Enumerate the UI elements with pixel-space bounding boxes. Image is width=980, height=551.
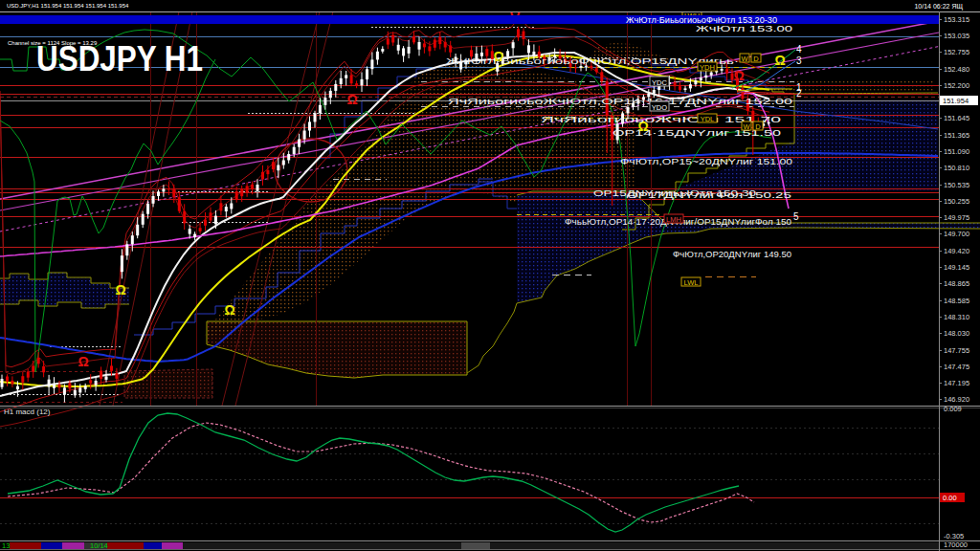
svg-text:W: W (741, 55, 748, 63)
svg-text:149.420: 149.420 (944, 247, 969, 255)
svg-text:150.255: 150.255 (944, 197, 969, 206)
svg-text:10/14 06:22 ЯЩ: 10/14 06:22 ЯЩ (914, 3, 963, 11)
svg-text:153.035: 153.035 (944, 32, 969, 40)
svg-text:2: 2 (796, 88, 802, 99)
svg-text:148.585: 148.585 (944, 297, 969, 305)
svg-text:USDJPY H1: USDJPY H1 (36, 39, 203, 78)
svg-text:ЯчЯиьогиоьоЖчЮтл,OP14·16·17ДNY: ЯчЯиьогиоьоЖчЮтл,OP14·16·17ДNYлиг 152.00 (448, 97, 792, 106)
svg-text:ЖчЮтл 153.00: ЖчЮтл 153.00 (696, 24, 792, 33)
svg-text:Ω: Ω (78, 354, 88, 369)
svg-text:151.090: 151.090 (944, 147, 969, 156)
svg-text:ФчЮтл,OP15~20ДNYлиг 151.00: ФчЮтл,OP15~20ДNYлиг 151.00 (620, 157, 792, 166)
svg-text:-0.305: -0.305 (944, 532, 964, 540)
svg-text:147.195: 147.195 (944, 379, 969, 387)
svg-text:LMH: LMH (666, 215, 681, 224)
svg-text:3: 3 (796, 55, 802, 66)
svg-text:150.810: 150.810 (944, 164, 969, 172)
svg-text:W: W (743, 122, 750, 131)
svg-text:Ω: Ω (224, 302, 234, 318)
svg-text:150.535: 150.535 (944, 181, 969, 189)
svg-text:151.954: 151.954 (943, 97, 969, 105)
svg-text:149.700: 149.700 (944, 230, 969, 238)
svg-text:148.865: 148.865 (944, 279, 969, 288)
svg-text:D: D (753, 55, 759, 63)
svg-text:Ω: Ω (346, 92, 357, 107)
svg-text:ЖчЮтл·БиььогиоьоФчЮтл,OP15ДNYл: ЖчЮтл·БиььогиоьоФчЮтл,OP15ДNYлигьь· (446, 56, 739, 66)
svg-text:Ω: Ω (733, 68, 744, 83)
svg-text:151.365: 151.365 (944, 131, 969, 140)
svg-text:D: D (755, 122, 761, 131)
svg-text:USD.JPY,H1 151.954 151.954 15: USD.JPY,H1 151.954 151.954 151.954 151.9… (7, 3, 129, 9)
svg-text:147.475: 147.475 (944, 363, 969, 371)
svg-text:4: 4 (796, 44, 802, 55)
svg-text:146.920: 146.920 (944, 395, 969, 404)
svg-text:YDC: YDC (652, 78, 667, 87)
svg-text:H1 macd (12): H1 macd (12) (4, 408, 51, 416)
svg-text:153.315: 153.315 (944, 15, 969, 24)
svg-text:151.645: 151.645 (944, 114, 969, 122)
svg-text:ЖчЮтл·БиььогиоьоФчЮтл 153.20-3: ЖчЮтл·БиььогиоьоФчЮтл 153.20-30 (626, 14, 777, 25)
svg-text:Ω: Ω (774, 53, 785, 68)
svg-text:Ω: Ω (115, 282, 125, 298)
svg-text:148.310: 148.310 (944, 313, 969, 321)
svg-text:LWL: LWL (684, 278, 699, 287)
svg-text:147.755: 147.755 (944, 346, 969, 355)
svg-text:ФчЮтл,OP20ДNYлиг 149.50: ФчЮтл,OP20ДNYлиг 149.50 (673, 250, 791, 259)
svg-text:0.009: 0.009 (944, 405, 962, 413)
svg-text:152.755: 152.755 (944, 48, 969, 56)
svg-text:149.145: 149.145 (944, 263, 969, 272)
svg-text:152.480: 152.480 (944, 65, 969, 74)
svg-text:YDH: YDH (700, 63, 715, 72)
svg-text:10/14: 10/14 (90, 541, 108, 550)
svg-text:13: 13 (2, 541, 10, 550)
svg-text:149.975: 149.975 (944, 213, 969, 222)
svg-text:148.030: 148.030 (944, 329, 969, 338)
svg-text:YDL: YDL (701, 115, 715, 123)
svg-text:152.200: 152.200 (944, 81, 969, 90)
svg-text:OP15ДNYлигььЮтл 150.30: OP15ДNYлигььЮтл 150.30 (593, 188, 756, 198)
svg-text:5: 5 (793, 211, 799, 222)
svg-text:170000: 170000 (944, 540, 968, 549)
svg-text:0.00: 0.00 (943, 494, 957, 502)
svg-text:YDO: YDO (652, 103, 667, 112)
